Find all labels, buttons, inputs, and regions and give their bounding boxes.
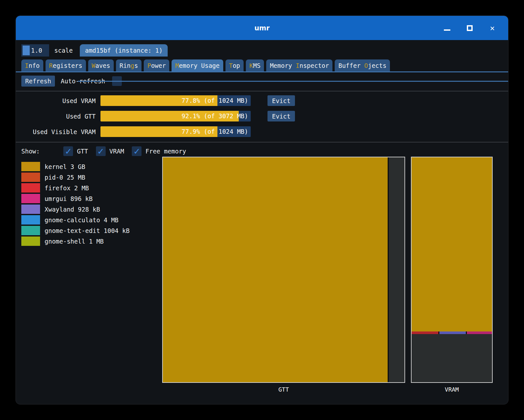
gnome-text-edit-swatch xyxy=(21,226,40,235)
device-tab-underline xyxy=(78,81,508,82)
close-button[interactable]: ✕ xyxy=(488,24,497,32)
minimize-button[interactable] xyxy=(443,24,451,32)
legend-item-gnome-shell: gnome-shell 1 MB xyxy=(21,236,157,247)
show-label: Show: xyxy=(21,148,40,155)
show-option-free-memory: ✓ Free memory xyxy=(132,146,186,156)
refresh-button[interactable]: Refresh xyxy=(21,76,55,87)
legend-item-gnome-calculato: gnome-calculato 4 MB xyxy=(21,215,157,225)
used-visible-vram-label: Used Visible VRAM xyxy=(21,128,96,135)
maximize-button[interactable] xyxy=(466,24,474,32)
window-controls: ✕ xyxy=(443,16,497,40)
legend-item-firefox: firefox 2 MB xyxy=(21,183,157,193)
tab-memory-usage[interactable]: Memory Usage xyxy=(172,59,223,71)
vram-strip-umrgui xyxy=(467,331,492,334)
used-gtt-bar-text: 92.1% (of 3072 MB) xyxy=(182,111,248,121)
vram-chart xyxy=(411,157,493,383)
gtt-chart xyxy=(162,157,405,383)
evict-vram-button[interactable]: Evict xyxy=(267,95,295,106)
xwayland-swatch xyxy=(21,205,40,214)
vram-chart-inner xyxy=(412,157,492,382)
separator xyxy=(16,142,508,142)
scale-value: 1.0 xyxy=(31,47,42,54)
vram-strip-Xwayland xyxy=(439,331,466,334)
used-vram-row: Used VRAM 77.8% (of 1024 MB) Evict xyxy=(21,95,508,106)
tab-power[interactable]: Power xyxy=(144,59,169,71)
used-visible-vram-bar-text: 77.9% (of 1024 MB) xyxy=(182,126,248,137)
gnome-calculato-swatch xyxy=(21,215,40,225)
maximize-icon xyxy=(467,25,473,31)
scale-row: 1.0 scale amd15bf (instance: 1) xyxy=(21,44,508,57)
used-vram-label: Used VRAM xyxy=(21,97,96,104)
used-visible-vram-row: Used Visible VRAM 77.9% (of 1024 MB) xyxy=(21,126,508,137)
umr-window: umr ✕ 1.0 scale amd15bf (instance: 1) In… xyxy=(16,16,508,404)
scale-label: scale xyxy=(54,47,73,54)
legend-item-pid-0: pid-0 25 MB xyxy=(21,172,157,183)
gtt-checkbox[interactable]: ✓ xyxy=(63,146,73,156)
gnome-shell-swatch xyxy=(21,236,40,246)
window-title: umr xyxy=(254,24,269,32)
tab-kms[interactable]: KMS xyxy=(246,59,264,71)
legend: kernel 3 GB pid-0 25 MB firefox 2 MB umr… xyxy=(21,161,157,247)
tab-buffer-ojects[interactable]: Buffer Ojects xyxy=(335,59,390,71)
evict-gtt-button[interactable]: Evict xyxy=(267,111,295,121)
free-memory-checkbox[interactable]: ✓ xyxy=(132,146,141,156)
legend-item-gnome-text-edit: gnome-text-edit 1004 kB xyxy=(21,225,157,236)
tab-info[interactable]: Info xyxy=(21,59,43,71)
gtt-segment-free xyxy=(389,157,404,382)
used-gtt-row: Used GTT 92.1% (of 3072 MB) Evict xyxy=(21,111,508,121)
scale-input[interactable]: 1.0 xyxy=(21,44,49,57)
show-option-vram: ✓ VRAM xyxy=(96,146,124,156)
gtt-segment-kernel xyxy=(163,157,388,382)
tab-registers[interactable]: Registers xyxy=(46,59,86,71)
umrgui-swatch xyxy=(21,194,40,203)
show-row: Show: ✓ GTT ✓ VRAM ✓ Free memory xyxy=(21,146,508,157)
used-vram-bar: 77.8% (of 1024 MB) xyxy=(100,95,251,106)
show-option-gtt: ✓ GTT xyxy=(63,146,88,156)
vram-chart-label: VRAM xyxy=(411,386,493,393)
device-tab[interactable]: amd15bf (instance: 1) xyxy=(80,44,168,57)
firefox-swatch xyxy=(21,183,40,193)
legend-item-xwayland: Xwayland 928 kB xyxy=(21,204,157,215)
pid-0-swatch xyxy=(21,173,40,182)
used-vram-bar-text: 77.8% (of 1024 MB) xyxy=(182,95,248,106)
close-icon: ✕ xyxy=(490,24,495,32)
tab-waves[interactable]: Waves xyxy=(88,59,114,71)
memory-bars: Used VRAM 77.8% (of 1024 MB) Evict Used … xyxy=(16,95,508,137)
vram-strip-row xyxy=(412,331,492,334)
gtt-chart-inner xyxy=(163,157,404,382)
tab-top[interactable]: Top xyxy=(225,59,244,71)
separator xyxy=(16,91,508,91)
tab-rings[interactable]: Rings xyxy=(116,59,141,71)
legend-item-kernel: kernel 3 GB xyxy=(21,161,157,172)
vram-strip-firefox xyxy=(412,331,438,334)
kernel-swatch xyxy=(21,162,40,171)
used-gtt-label: Used GTT xyxy=(21,113,96,120)
vram-segment-free xyxy=(412,334,492,382)
gtt-chart-label: GTT xyxy=(162,386,405,393)
gtt-checkbox-label: GTT xyxy=(77,148,88,155)
tab-bar: Info Registers Waves Rings Power Memory … xyxy=(16,59,508,72)
titlebar[interactable]: umr ✕ xyxy=(16,16,508,40)
vram-checkbox[interactable]: ✓ xyxy=(96,146,106,156)
vram-segment-kernel xyxy=(412,157,492,331)
minimize-icon xyxy=(444,29,450,31)
used-gtt-bar: 92.1% (of 3072 MB) xyxy=(100,111,251,121)
used-visible-vram-bar: 77.9% (of 1024 MB) xyxy=(100,126,251,137)
legend-item-umrgui: umrgui 896 kB xyxy=(21,193,157,204)
tab-memory-inspector[interactable]: Memory Inspector xyxy=(266,59,332,71)
free-memory-checkbox-label: Free memory xyxy=(145,148,186,155)
vram-checkbox-label: VRAM xyxy=(110,148,124,155)
scale-drag-handle[interactable] xyxy=(23,46,30,55)
